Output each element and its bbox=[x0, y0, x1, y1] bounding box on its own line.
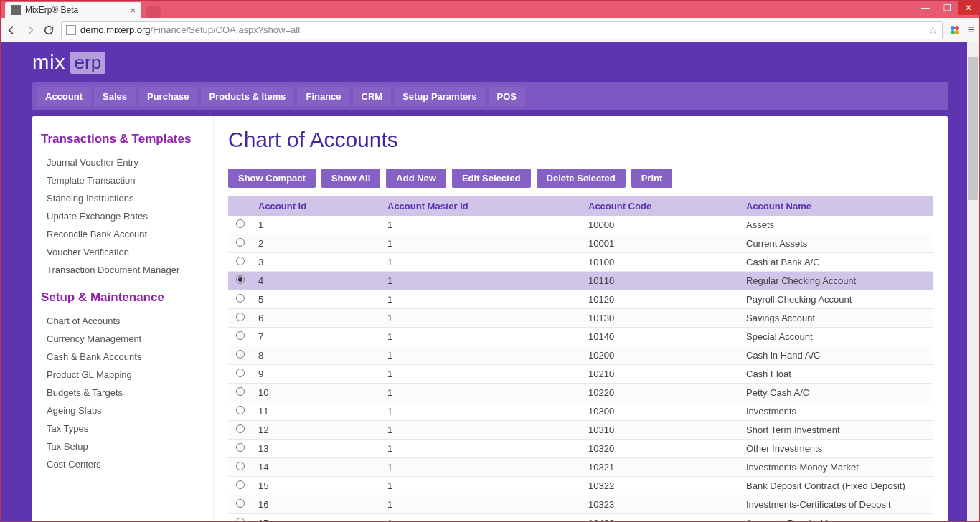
svg-point-1 bbox=[955, 26, 959, 30]
table-row[interactable]: 7110140Special Account bbox=[228, 328, 933, 346]
table-row[interactable]: 4110110Regular Checking Account bbox=[228, 272, 933, 290]
reload-icon[interactable] bbox=[42, 24, 55, 37]
sidebar-item-update-exchange-rates[interactable]: Update Exchange Rates bbox=[41, 207, 213, 225]
row-select-radio[interactable] bbox=[236, 499, 245, 508]
nav-item-pos[interactable]: POS bbox=[489, 87, 525, 106]
row-select-radio[interactable] bbox=[236, 238, 245, 247]
table-row[interactable]: 12110310Short Term Investment bbox=[228, 421, 933, 440]
column-header-account-name[interactable]: Account Name bbox=[740, 196, 933, 216]
delete-selected-button[interactable]: Delete Selected bbox=[537, 169, 626, 188]
cell-name: Cash Float bbox=[740, 365, 933, 384]
table-row[interactable]: 14110321Investments-Money Market bbox=[228, 458, 933, 477]
sidebar-item-journal-voucher-entry[interactable]: Journal Voucher Entry bbox=[41, 153, 213, 171]
new-tab-button[interactable] bbox=[146, 6, 161, 18]
row-select-radio[interactable] bbox=[236, 313, 245, 321]
window-close-button[interactable]: ✕ bbox=[958, 1, 979, 15]
sidebar-item-chart-of-accounts[interactable]: Chart of Accounts bbox=[41, 312, 213, 330]
show-compact-button[interactable]: Show Compact bbox=[228, 169, 316, 188]
row-select-radio[interactable] bbox=[236, 294, 245, 303]
show-all-button[interactable]: Show All bbox=[321, 169, 380, 188]
table-row[interactable]: 10110220Petty Cash A/C bbox=[228, 384, 933, 402]
nav-item-purchase[interactable]: Purchase bbox=[138, 87, 198, 106]
sidebar-item-transaction-document-manager[interactable]: Transaction Document Manager bbox=[41, 261, 213, 279]
table-row[interactable]: 5110120Payroll Checking Account bbox=[228, 290, 933, 309]
browser-menu-icon[interactable]: ≡ bbox=[967, 22, 975, 37]
table-row[interactable]: 13110320Other Investments bbox=[228, 440, 933, 458]
row-select-radio[interactable] bbox=[236, 387, 245, 396]
sidebar-item-cash-bank-accounts[interactable]: Cash & Bank Accounts bbox=[41, 348, 213, 366]
page-icon bbox=[66, 25, 76, 35]
nav-item-products-items[interactable]: Products & Items bbox=[201, 87, 295, 106]
nav-item-account[interactable]: Account bbox=[37, 87, 91, 106]
sidebar-item-tax-types[interactable]: Tax Types bbox=[41, 419, 213, 437]
cell-mid: 1 bbox=[382, 477, 583, 495]
nav-item-setup-paramters[interactable]: Setup Paramters bbox=[394, 87, 485, 106]
row-select-radio[interactable] bbox=[236, 443, 245, 452]
cell-name: Assets bbox=[740, 216, 933, 234]
back-icon[interactable] bbox=[5, 24, 18, 37]
cell-id: 9 bbox=[253, 365, 382, 384]
logo[interactable]: mix erp bbox=[1, 42, 979, 82]
row-select-radio[interactable] bbox=[236, 275, 245, 284]
row-select-radio[interactable] bbox=[236, 331, 245, 340]
sidebar-item-template-transaction[interactable]: Template Transaction bbox=[41, 171, 213, 189]
row-select-radio[interactable] bbox=[236, 462, 245, 470]
table-row[interactable]: 15110322Bank Deposit Contract (Fixed Dep… bbox=[228, 477, 933, 495]
table-row[interactable]: 3110100Cash at Bank A/C bbox=[228, 253, 933, 272]
sidebar-item-reconcile-bank-account[interactable]: Reconcile Bank Account bbox=[41, 225, 213, 243]
sidebar-item-cost-centers[interactable]: Cost Centers bbox=[41, 455, 213, 473]
sidebar-item-budgets-targets[interactable]: Budgets & Targets bbox=[41, 384, 213, 402]
edit-selected-button[interactable]: Edit Selected bbox=[452, 169, 531, 188]
url-input[interactable]: demo.mixerp.org /Finance/Setup/COA.aspx?… bbox=[61, 21, 943, 39]
column-header-account-master-id[interactable]: Account Master Id bbox=[382, 196, 583, 216]
window-minimize-button[interactable]: — bbox=[915, 1, 936, 15]
browser-tab[interactable]: MixErp® Beta × bbox=[5, 2, 141, 18]
sidebar-item-ageing-slabs[interactable]: Ageing Slabs bbox=[41, 402, 213, 419]
row-select-radio[interactable] bbox=[236, 219, 245, 228]
add-new-button[interactable]: Add New bbox=[386, 169, 446, 188]
row-select-radio[interactable] bbox=[236, 406, 245, 414]
table-row[interactable]: 11110300Investments bbox=[228, 402, 933, 421]
window-maximize-button[interactable]: ❐ bbox=[936, 1, 958, 15]
sidebar-item-currency-management[interactable]: Currency Management bbox=[41, 330, 213, 348]
row-select-radio[interactable] bbox=[236, 350, 245, 359]
row-select-radio[interactable] bbox=[236, 257, 245, 265]
sidebar-item-standing-instructions[interactable]: Standing Instructions bbox=[41, 189, 213, 207]
cell-name: Regular Checking Account bbox=[740, 272, 933, 290]
row-select-radio[interactable] bbox=[236, 480, 245, 489]
forward-icon[interactable] bbox=[24, 24, 37, 37]
cell-id: 16 bbox=[253, 495, 382, 514]
table-row[interactable]: 17110400Accounts Receivable bbox=[228, 514, 933, 522]
table-row[interactable]: 9110210Cash Float bbox=[228, 365, 933, 384]
extension-icon[interactable] bbox=[948, 24, 961, 37]
table-row[interactable]: 1110000Assets bbox=[228, 216, 933, 234]
table-row[interactable]: 2110001Current Assets bbox=[228, 234, 933, 253]
table-row[interactable]: 8110200Cash in Hand A/C bbox=[228, 346, 933, 365]
cell-name: Short Term Investment bbox=[740, 421, 933, 440]
sidebar-item-product-gl-mapping[interactable]: Product GL Mapping bbox=[41, 366, 213, 384]
sidebar-item-tax-setup[interactable]: Tax Setup bbox=[41, 437, 213, 455]
cell-id: 1 bbox=[253, 216, 382, 234]
sidebar-item-voucher-verification[interactable]: Voucher Verification bbox=[41, 243, 213, 261]
close-tab-icon[interactable]: × bbox=[130, 5, 136, 16]
column-header-account-id[interactable]: Account Id bbox=[253, 196, 382, 216]
nav-item-sales[interactable]: Sales bbox=[94, 87, 136, 106]
cell-code: 10100 bbox=[583, 253, 740, 272]
table-row[interactable]: 6110130Savings Account bbox=[228, 309, 933, 328]
row-select-radio[interactable] bbox=[236, 518, 245, 521]
scroll-thumb[interactable] bbox=[968, 57, 978, 200]
print-button[interactable]: Print bbox=[631, 169, 673, 188]
vertical-scrollbar[interactable] bbox=[967, 42, 979, 521]
cell-mid: 1 bbox=[382, 495, 583, 514]
cell-mid: 1 bbox=[382, 253, 583, 272]
svg-point-0 bbox=[951, 26, 955, 30]
bookmark-star-icon[interactable]: ☆ bbox=[928, 24, 938, 37]
nav-item-finance[interactable]: Finance bbox=[297, 87, 349, 106]
row-select-radio[interactable] bbox=[236, 369, 245, 377]
nav-item-crm[interactable]: CRM bbox=[353, 87, 392, 106]
browser-tab-strip: MixErp® Beta × — ❐ ✕ bbox=[1, 1, 979, 18]
table-row[interactable]: 16110323Investments-Certificates of Depo… bbox=[228, 495, 933, 514]
column-header-account-code[interactable]: Account Code bbox=[583, 196, 740, 216]
cell-id: 2 bbox=[253, 234, 382, 253]
row-select-radio[interactable] bbox=[236, 424, 245, 433]
